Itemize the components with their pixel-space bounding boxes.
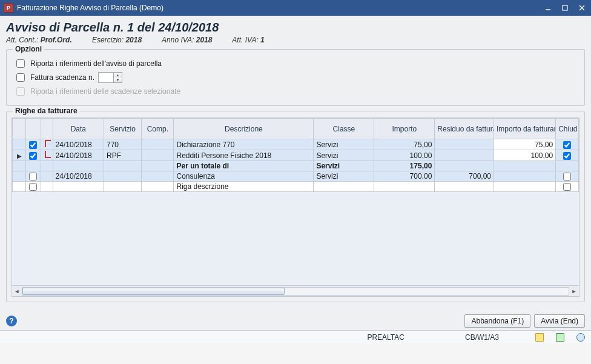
riporta-riferimenti-label: Riporta i riferimenti dell'avviso di par… bbox=[30, 59, 162, 68]
status-right: CB/W1/A3 bbox=[465, 333, 499, 342]
status-icon-2[interactable] bbox=[556, 333, 564, 342]
col-comp[interactable]: Comp. bbox=[142, 119, 174, 139]
col-classe[interactable]: Classe bbox=[314, 119, 374, 139]
status-icon-3[interactable] bbox=[576, 333, 585, 342]
anno-iva-value: 2018 bbox=[196, 36, 213, 44]
minimize-button[interactable] bbox=[543, 2, 553, 13]
svg-rect-1 bbox=[563, 5, 567, 10]
status-icon-1[interactable] bbox=[535, 333, 544, 342]
row-checkbox[interactable] bbox=[29, 141, 37, 149]
window-title: Fatturazione Righe Avviso di Parcella (D… bbox=[17, 4, 543, 12]
scadenza-number-spinner[interactable]: ▲▼ bbox=[98, 72, 122, 83]
col-residuo[interactable]: Residuo da fatturare bbox=[435, 119, 494, 139]
avvia-button[interactable]: Avvia (End) bbox=[534, 314, 585, 328]
att-cont-label: Att. Cont.: bbox=[6, 36, 38, 44]
fattura-scadenza-label: Fattura scadenza n. bbox=[30, 73, 94, 82]
titlebar: P Fatturazione Righe Avviso di Parcella … bbox=[0, 0, 591, 16]
righe-group: Righe da fatturare Data bbox=[6, 111, 585, 302]
opzioni-group: Opzioni Riporta i riferimenti dell'avvis… bbox=[6, 49, 585, 106]
statusbar: PREALTAC CB/W1/A3 bbox=[0, 330, 591, 343]
col-importo[interactable]: Importo bbox=[374, 119, 435, 139]
chiudi-checkbox[interactable] bbox=[563, 141, 571, 149]
row-checkbox[interactable] bbox=[29, 173, 37, 180]
righe-table: Data Servizio Comp. Descrizione Classe I… bbox=[12, 117, 579, 297]
chiudi-checkbox[interactable] bbox=[563, 152, 571, 160]
maximize-button[interactable] bbox=[560, 2, 570, 13]
col-chiudi[interactable]: Chiud bbox=[556, 119, 579, 139]
att-iva-value: 1 bbox=[260, 36, 265, 44]
righe-legend: Righe da fatturare bbox=[13, 107, 80, 115]
page-subtitle: Att. Cont.: Prof.Ord. Esercizio: 2018 An… bbox=[6, 36, 585, 44]
riporta-riferimenti-checkbox[interactable] bbox=[16, 59, 25, 68]
row-checkbox[interactable] bbox=[29, 183, 37, 191]
table-header-row: Data Servizio Comp. Descrizione Classe I… bbox=[13, 119, 579, 139]
abbandona-button[interactable]: Abbandona (F1) bbox=[464, 314, 530, 328]
page-title: Avviso di Parcella n. 1 del 24/10/2018 bbox=[6, 21, 585, 35]
riporta-scadenze-label: Riporta i riferimenti delle scadenze sel… bbox=[30, 87, 180, 96]
att-iva-label: Att. IVA: bbox=[232, 36, 258, 44]
riporta-scadenze-checkbox bbox=[16, 87, 25, 96]
col-servizio[interactable]: Servizio bbox=[104, 119, 142, 139]
fattura-scadenza-checkbox[interactable] bbox=[16, 73, 25, 82]
table-row[interactable]: 24/10/2018ConsulenzaServizi700,00700,00 bbox=[13, 171, 579, 182]
footer: ? Abbandona (F1) Avvia (End) bbox=[0, 309, 591, 330]
opzioni-legend: Opzioni bbox=[13, 45, 44, 53]
table-row[interactable]: Per un totale diServizi175,00 bbox=[13, 161, 579, 171]
chiudi-checkbox[interactable] bbox=[563, 183, 571, 191]
esercizio-label: Esercizio: bbox=[92, 36, 124, 44]
status-left: PREALTAC bbox=[367, 333, 404, 342]
chiudi-checkbox[interactable] bbox=[563, 173, 571, 180]
horizontal-scrollbar[interactable]: ◄ ► bbox=[12, 285, 579, 296]
app-icon: P bbox=[4, 3, 13, 13]
col-data[interactable]: Data bbox=[53, 119, 104, 139]
table-row[interactable]: Riga descrzione bbox=[13, 182, 579, 192]
table-row[interactable]: ▶24/10/2018RPFRedditi Persone Fisiche 20… bbox=[13, 150, 579, 161]
col-importo-fatt[interactable]: Importo da fatturare bbox=[494, 119, 556, 139]
col-descrizione[interactable]: Descrizione bbox=[174, 119, 314, 139]
help-icon[interactable]: ? bbox=[6, 316, 17, 326]
esercizio-value: 2018 bbox=[125, 36, 142, 44]
close-button[interactable] bbox=[576, 2, 587, 13]
att-cont-value: Prof.Ord. bbox=[41, 36, 72, 44]
row-checkbox[interactable] bbox=[29, 152, 37, 160]
anno-iva-label: Anno IVA: bbox=[162, 36, 194, 44]
table-row[interactable]: 24/10/2018770Dichiarazione 770Servizi75,… bbox=[13, 139, 579, 150]
